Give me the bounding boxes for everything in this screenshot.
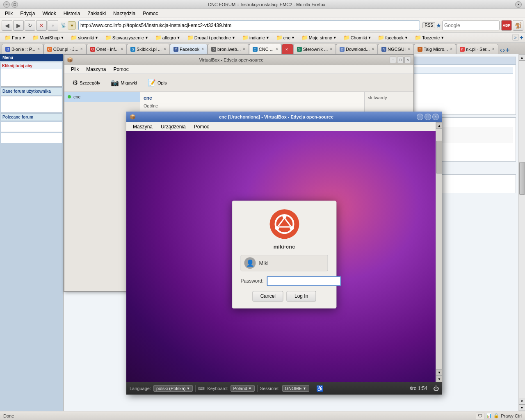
tab-bron[interactable]: b bron.iweb... ×: [208, 44, 249, 54]
vbox-inner-max[interactable]: □: [425, 114, 431, 120]
window-controls[interactable]: − □: [3, 1, 18, 8]
url-input[interactable]: [80, 23, 418, 28]
vbox-inner-controls[interactable]: − □ ×: [417, 114, 439, 120]
tab-close[interactable]: ×: [37, 47, 40, 51]
vbox-close-button[interactable]: ×: [404, 57, 411, 63]
scroll-track[interactable]: [519, 61, 525, 398]
menu-history[interactable]: Historia: [60, 10, 84, 17]
addon-monkey[interactable]: 🐒: [513, 20, 523, 31]
vbox-scroll-down-2[interactable]: ▼: [436, 376, 443, 382]
vbox-minimize-button[interactable]: −: [390, 57, 396, 63]
vbox-inner-scrollbar[interactable]: ▲ ▼ ▼: [436, 122, 442, 382]
tab-facebook[interactable]: f Facebook ×: [170, 44, 208, 54]
vbox-inner-menu-urzadzenia[interactable]: Urządzenia: [158, 123, 189, 130]
tab-blonie[interactable]: B Błonie :: P... ×: [2, 44, 43, 54]
vbox-scroll-down-1[interactable]: ▼: [436, 369, 443, 376]
bookmark-drupal[interactable]: 📁 Drupal i pochodne ▼: [184, 33, 238, 42]
bookmark-indianie[interactable]: 📁 indianie ▼: [239, 33, 272, 42]
scroll-down-1[interactable]: ▼: [519, 398, 525, 404]
menu-edit[interactable]: Edycja: [17, 10, 38, 17]
vbox-maximize-button[interactable]: □: [397, 57, 404, 63]
vbox-inner-close[interactable]: ×: [432, 114, 439, 120]
forward-button[interactable]: ▶: [13, 20, 24, 31]
bookmark-add[interactable]: +: [520, 34, 523, 41]
tab-close-x[interactable]: ×: [282, 44, 293, 54]
tab-taig[interactable]: T Taig Micro... ×: [414, 44, 456, 54]
tab-close[interactable]: ×: [276, 47, 278, 51]
back-button[interactable]: ◀: [2, 20, 12, 31]
vbox-toolbar-details[interactable]: ⚙ Szczegóły: [68, 77, 105, 89]
bookmark-star[interactable]: ★: [436, 22, 441, 29]
menu-view[interactable]: Widok: [39, 10, 59, 17]
scroll-tabs-left[interactable]: ‹: [500, 46, 502, 54]
bookmark-toczenie[interactable]: 📁 Toczenie ▼: [412, 33, 447, 42]
home-button[interactable]: ⌂: [48, 20, 58, 31]
new-tab-button[interactable]: +: [506, 46, 509, 54]
statusbar-icon-1[interactable]: 🛡: [476, 413, 484, 419]
scroll-thumb[interactable]: [519, 162, 525, 195]
tab-close[interactable]: ×: [243, 47, 245, 51]
tab-skibicki[interactable]: S Skibicki.pl ... ×: [127, 44, 170, 54]
bookmark-allegro[interactable]: 📁 allegro ▼: [152, 33, 183, 42]
scroll-tabs-right[interactable]: ›: [503, 46, 505, 54]
ubuntu-cancel-button[interactable]: Cancel: [253, 291, 283, 301]
vbox-menu-plik[interactable]: Plik: [68, 66, 82, 73]
url-bar-wrapper[interactable]: [78, 21, 420, 30]
ubuntu-display[interactable]: miki-cnc 👤 Miki Password:: [126, 131, 442, 382]
close-controls[interactable]: ×: [515, 1, 522, 8]
tab-download[interactable]: D Download... ×: [336, 44, 378, 54]
bookmark-cnc[interactable]: 📁 cnc ▼: [273, 33, 298, 42]
close-button[interactable]: ×: [515, 1, 522, 8]
ubuntu-power-button[interactable]: ⏻: [433, 385, 439, 392]
vbox-outer-controls[interactable]: − □ ×: [390, 57, 411, 63]
bookmark-facebook[interactable]: 📁 facebook ▼: [375, 33, 411, 42]
tab-close[interactable]: ×: [372, 47, 374, 51]
vbox-scroll-up[interactable]: ▲: [436, 122, 443, 129]
tab-close[interactable]: ×: [80, 47, 83, 51]
vbox-toolbar-description[interactable]: 📝 Opis: [143, 77, 171, 89]
minimize-button[interactable]: −: [3, 1, 10, 8]
bookmark-fora[interactable]: 📁 Fora ▼: [2, 33, 29, 42]
tab-cdur[interactable]: C CDur.pl - J... ×: [43, 44, 87, 54]
tab-close[interactable]: ×: [164, 47, 166, 51]
tab-sterownik[interactable]: S Sterownik ... ×: [293, 44, 336, 54]
tab-close[interactable]: ×: [492, 47, 495, 51]
vbox-machine-item-cnc[interactable]: cnc: [64, 92, 140, 102]
bookmark-moje-strony[interactable]: 📁 Moje strony ▼: [299, 33, 340, 42]
ubuntu-login-button[interactable]: Log In: [287, 291, 316, 301]
bookmark-stowarzyszenie[interactable]: 📁 Stowarzyszenie ▼: [102, 33, 151, 42]
tab-close[interactable]: ×: [450, 47, 452, 51]
menu-help[interactable]: Pomoc: [139, 10, 161, 17]
tab-nkpl[interactable]: n nk.pl - Ser... ×: [456, 44, 498, 54]
bookmark-maxishop[interactable]: 📁 MaxiShop ▼: [30, 33, 67, 42]
stop-button[interactable]: ✕: [36, 20, 47, 31]
menu-tools[interactable]: Narzędzia: [110, 10, 139, 17]
tab-ngcgui[interactable]: N NGCGUI ×: [378, 44, 414, 54]
vbox-scroll-track[interactable]: [436, 129, 442, 369]
search-input[interactable]: [444, 23, 506, 28]
menu-bookmarks[interactable]: Zakładki: [84, 10, 109, 17]
adblock-button[interactable]: ABP: [501, 20, 512, 31]
scroll-down-2[interactable]: ▼: [519, 404, 525, 411]
bookmark-slowniki[interactable]: 📁 słowniki ▼: [68, 33, 101, 42]
tab-close[interactable]: ×: [121, 47, 123, 51]
vbox-toolbar-snapshots[interactable]: 📷 Migawki: [106, 77, 142, 89]
ubuntu-keyboard-selector[interactable]: Poland ▼: [231, 385, 255, 392]
ubuntu-sessions-selector[interactable]: GNOME ▼: [282, 385, 309, 392]
maximize-button[interactable]: □: [11, 1, 18, 8]
tab-cnc-active[interactable]: C CNC ... ×: [249, 44, 282, 54]
statusbar-icon-3[interactable]: 🔒: [493, 413, 499, 418]
reload-button[interactable]: ↻: [25, 20, 35, 31]
scroll-up[interactable]: ▲: [519, 54, 525, 61]
bookmarks-more[interactable]: »: [512, 34, 519, 41]
vbox-inner-menu-maszyna[interactable]: Maszyna: [130, 123, 156, 130]
tab-close[interactable]: ×: [201, 47, 204, 51]
tab-close[interactable]: ×: [330, 47, 332, 51]
vbox-inner-min[interactable]: −: [417, 114, 423, 120]
statusbar-icon-2[interactable]: 📊: [486, 413, 492, 418]
ubuntu-password-input[interactable]: [267, 276, 341, 286]
browser-scrollbar[interactable]: ▲ ▼ ▼: [518, 54, 525, 411]
search-bar-wrapper[interactable]: 🔍: [442, 21, 500, 30]
menu-file[interactable]: Plik: [2, 10, 16, 17]
ubuntu-user-row[interactable]: 👤 Miki: [241, 255, 328, 271]
